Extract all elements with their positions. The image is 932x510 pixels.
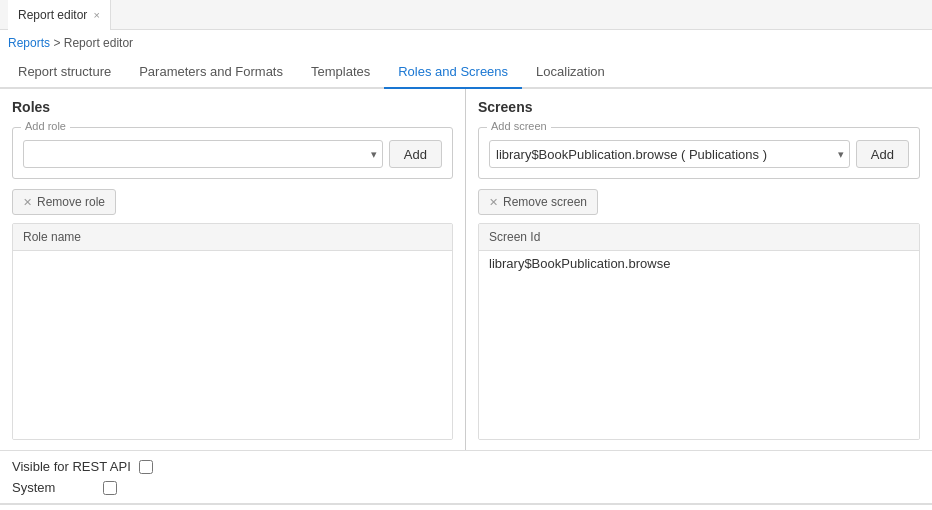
visible-rest-api-row: Visible for REST API [12,459,920,474]
main-content: Roles Add role ▾ Add ✕ Remove role Role … [0,89,932,451]
visible-rest-api-label: Visible for REST API [12,459,131,474]
tab-roles-screens[interactable]: Roles and Screens [384,56,522,89]
tab-close-icon[interactable]: × [93,9,99,21]
screens-panel: Screens Add screen library$BookPublicati… [466,89,932,450]
breadcrumb: Reports > Report editor [0,30,932,56]
screen-dropdown[interactable]: library$BookPublication.browse ( Publica… [489,140,850,168]
add-role-legend: Add role [21,120,70,132]
remove-screen-label: Remove screen [503,195,587,209]
add-screen-group: Add screen library$BookPublication.brows… [478,127,920,179]
footer: ✓ Save and close Save Run ⊘ Cancel [0,504,932,510]
system-row: System [12,480,920,495]
screens-table: Screen Id library$BookPublication.browse [478,223,920,440]
roles-table: Role name [12,223,453,440]
table-row[interactable]: library$BookPublication.browse [479,251,919,276]
add-role-button[interactable]: Add [389,140,442,168]
screens-title: Screens [478,99,920,115]
add-screen-row: library$BookPublication.browse ( Publica… [489,140,909,168]
remove-role-x-icon: ✕ [23,196,32,209]
roles-panel: Roles Add role ▾ Add ✕ Remove role Role … [0,89,466,450]
screen-dropdown-wrapper: library$BookPublication.browse ( Publica… [489,140,850,168]
screens-table-header: Screen Id [479,224,919,251]
breadcrumb-separator: > [53,36,60,50]
tab-parameters-formats[interactable]: Parameters and Formats [125,56,297,89]
tab-report-structure[interactable]: Report structure [4,56,125,89]
role-dropdown[interactable] [23,140,383,168]
role-dropdown-wrapper: ▾ [23,140,383,168]
remove-role-button[interactable]: ✕ Remove role [12,189,116,215]
breadcrumb-current: Report editor [64,36,133,50]
screens-table-body: library$BookPublication.browse [479,251,919,439]
roles-table-body [13,251,452,439]
remove-screen-x-icon: ✕ [489,196,498,209]
tab-templates[interactable]: Templates [297,56,384,89]
remove-role-label: Remove role [37,195,105,209]
visible-rest-api-checkbox[interactable] [139,460,153,474]
tab-localization[interactable]: Localization [522,56,619,89]
remove-screen-button[interactable]: ✕ Remove screen [478,189,598,215]
add-screen-legend: Add screen [487,120,551,132]
report-editor-tab[interactable]: Report editor × [8,0,111,30]
system-checkbox[interactable] [103,481,117,495]
system-label: System [12,480,55,495]
add-role-group: Add role ▾ Add [12,127,453,179]
tab-label: Report editor [18,8,87,22]
add-screen-button[interactable]: Add [856,140,909,168]
roles-title: Roles [12,99,453,115]
nav-tabs: Report structure Parameters and Formats … [0,56,932,89]
breadcrumb-reports-link[interactable]: Reports [8,36,50,50]
top-tab-bar: Report editor × [0,0,932,30]
add-role-row: ▾ Add [23,140,442,168]
roles-table-header: Role name [13,224,452,251]
bottom-fields: Visible for REST API System [0,451,932,504]
